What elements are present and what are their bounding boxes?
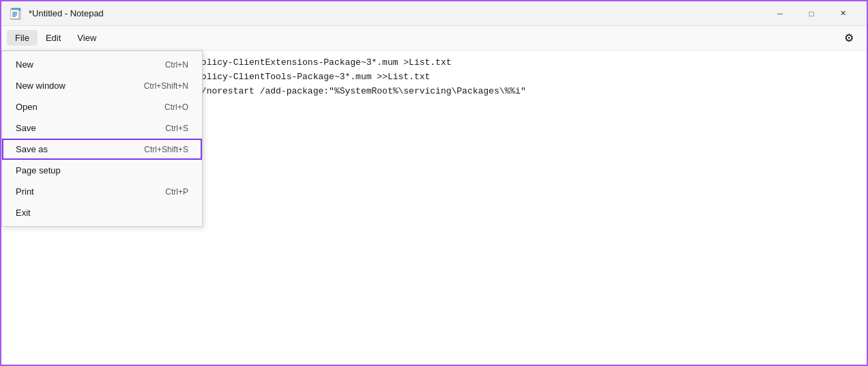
file-dropdown-menu: New Ctrl+N New window Ctrl+Shift+N Open … <box>1 51 203 227</box>
main-content: New Ctrl+N New window Ctrl+Shift+N Open … <box>1 51 867 366</box>
menu-item-new[interactable]: New Ctrl+N <box>2 54 202 75</box>
app-icon <box>10 7 23 20</box>
menu-bar: File Edit View ⚙ <box>1 26 867 51</box>
window-controls: ─ □ ✕ <box>764 1 858 26</box>
title-bar: *Untitled - Notepad ─ □ ✕ <box>1 1 867 26</box>
maximize-button[interactable]: □ <box>796 1 827 26</box>
close-button[interactable]: ✕ <box>827 1 858 26</box>
menu-edit[interactable]: Edit <box>38 30 69 46</box>
menu-item-new-window[interactable]: New window Ctrl+Shift+N <box>2 75 202 96</box>
settings-icon[interactable]: ⚙ <box>837 26 861 51</box>
svg-rect-2 <box>10 10 19 19</box>
minimize-button[interactable]: ─ <box>764 1 796 26</box>
menu-item-save[interactable]: Save Ctrl+S <box>2 117 202 139</box>
menu-view[interactable]: View <box>69 30 104 46</box>
menu-item-exit[interactable]: Exit <box>2 202 202 223</box>
window-title: *Untitled - Notepad <box>29 8 764 18</box>
menu-item-print[interactable]: Print Ctrl+P <box>2 181 202 202</box>
menu-item-page-setup[interactable]: Page setup <box>2 160 202 181</box>
menu-item-save-as[interactable]: Save as Ctrl+Shift+S <box>2 139 202 160</box>
menu-file[interactable]: File <box>7 30 38 46</box>
menu-item-open[interactable]: Open Ctrl+O <box>2 96 202 117</box>
